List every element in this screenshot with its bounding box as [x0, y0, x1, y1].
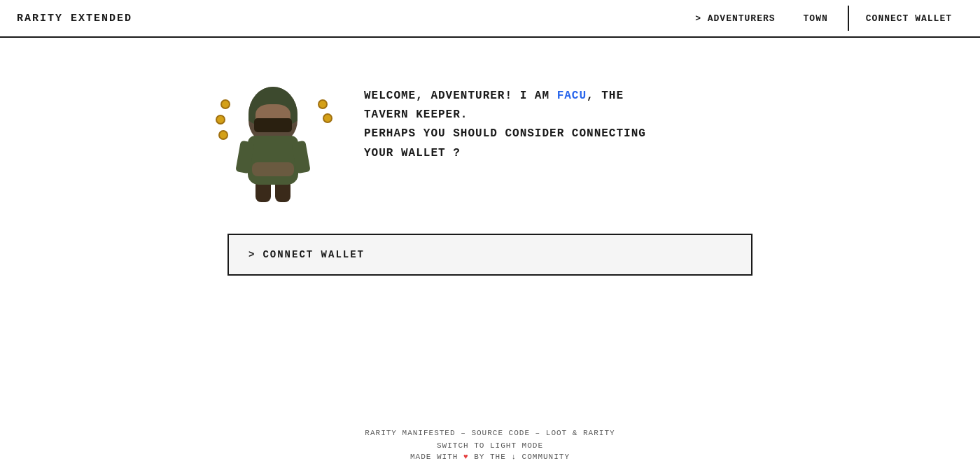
- footer-sep-1: –: [456, 429, 472, 437]
- coin-2: [216, 115, 225, 125]
- welcome-section: WELCOME, ADVENTURER! I AM FACU, THE TAVE…: [210, 80, 770, 206]
- footer-sep-2: –: [530, 429, 546, 437]
- chevron-icon: >: [248, 249, 255, 260]
- welcome-line-2: TAVERN KEEPER.: [364, 106, 646, 125]
- footer-mode-toggle[interactable]: SWITCH TO LIGHT MODE: [0, 441, 980, 450]
- main-nav: > ADVENTURERS TOWN Connect wallet: [681, 6, 963, 31]
- footer-rarity-manifested-link[interactable]: RARITY MANIFESTED: [365, 429, 455, 437]
- character-figure: [238, 87, 308, 199]
- header: RARITY EXTENDED > ADVENTURERS TOWN Conne…: [0, 0, 980, 38]
- footer: RARITY MANIFESTED – SOURCE CODE – LOOT &…: [0, 429, 980, 461]
- char-head: [248, 87, 298, 143]
- welcome-line-1: WELCOME, ADVENTURER! I AM FACU, THE: [364, 87, 646, 106]
- logo: RARITY EXTENDED: [17, 13, 132, 24]
- coin-5: [323, 113, 332, 123]
- coin-1: [220, 99, 230, 109]
- welcome-line-3: PERHAPS YOU SHOULD CONSIDER CONNECTING: [364, 125, 646, 143]
- connect-wallet-row-label: CONNECT WALLET: [262, 249, 365, 260]
- coin-4: [318, 99, 328, 109]
- coin-3: [218, 130, 228, 140]
- footer-links: RARITY MANIFESTED – SOURCE CODE – LOOT &…: [0, 429, 980, 437]
- character-illustration: [210, 80, 336, 206]
- nav-divider: [848, 6, 849, 31]
- char-arms: [241, 141, 304, 162]
- footer-loot-rarity-link[interactable]: LOOT & RARITY: [546, 429, 615, 437]
- welcome-line-4: YOUR WALLET ?: [364, 144, 646, 163]
- welcome-text: WELCOME, ADVENTURER! I AM FACU, THE TAVE…: [364, 80, 646, 163]
- connect-wallet-row-button[interactable]: > CONNECT WALLET: [229, 235, 751, 274]
- main-content: WELCOME, ADVENTURER! I AM FACU, THE TAVE…: [0, 38, 980, 304]
- footer-source-code-link[interactable]: SOURCE CODE: [471, 429, 530, 437]
- chevron-prefix: >: [695, 13, 708, 24]
- connect-wallet-section: > CONNECT WALLET: [227, 234, 752, 276]
- nav-town-link[interactable]: TOWN: [790, 13, 842, 24]
- footer-made-with: MADE WITH ♥ BY THE ↓ COMMUNITY: [0, 453, 980, 461]
- nav-adventurers-link[interactable]: > ADVENTURERS: [681, 13, 789, 24]
- connect-wallet-header-button[interactable]: Connect wallet: [855, 13, 963, 24]
- char-hands: [252, 162, 294, 176]
- character-name: FACU: [557, 90, 587, 102]
- char-mask: [254, 118, 292, 132]
- heart-icon: ♥: [463, 453, 469, 461]
